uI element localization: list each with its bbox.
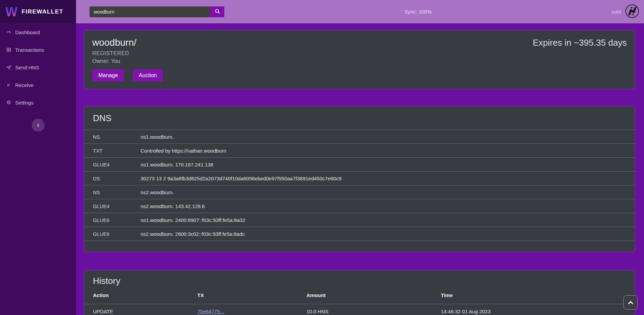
sidebar-item-label: Transactions: [15, 47, 44, 53]
history-card: History Action TX Amount Time UPDATE 70e…: [84, 270, 635, 315]
dns-record-type: GLUE4: [84, 162, 141, 167]
search-button[interactable]: [210, 6, 224, 17]
app-window: W FIREWALLET Dashboard Transactions Send…: [0, 0, 644, 315]
domain-expiry: Expires in ~395.35 days: [533, 38, 627, 48]
dns-record-row: GLUE4 ns2.woodburn. 143.42.128.6: [84, 199, 635, 213]
history-table-body: UPDATE 70e64775... 10.0 HNS 14:46:32 01 …: [84, 304, 635, 315]
firewallet-logo-icon: W: [5, 5, 18, 18]
dns-record-type: NS: [84, 134, 141, 140]
dns-record-row: DS 30273 13 2 9a3a8fb3d625d2a2073d740f10…: [84, 172, 635, 185]
history-time: 14:46:32 01 Aug 2023: [441, 309, 635, 314]
receive-icon: [6, 82, 12, 88]
dns-record-value: ns2.woodburn.: [141, 189, 174, 195]
sidebar-item-label: Receive: [15, 82, 33, 88]
dns-record-row: GLUE4 ns1.woodburn. 170.187.241.138: [84, 158, 635, 172]
sidebar-item-label: Dashboard: [15, 29, 40, 35]
dns-record-type: GLUE6: [84, 231, 141, 237]
dns-record-type: TXT: [84, 148, 141, 154]
history-action: UPDATE: [84, 309, 197, 314]
dns-record-value: ns1.woodburn. 170.187.241.138: [141, 162, 213, 167]
chevron-up-icon: [628, 301, 633, 306]
sync-status: Sync: 100%: [224, 9, 612, 15]
sidebar-item-label: Send HNS: [15, 65, 39, 70]
dns-record-type: GLUE4: [84, 203, 141, 209]
dns-record-row: GLUE6 ns1.woodburn. 2400:8907::f03c:93ff…: [84, 213, 635, 227]
search-icon: [215, 8, 220, 15]
history-card-title: History: [84, 276, 635, 286]
handshake-logo-icon: [625, 4, 640, 20]
app-title: FIREWALLET: [22, 8, 64, 15]
history-col-amount: Amount: [306, 292, 441, 298]
sidebar-item-dashboard[interactable]: Dashboard: [0, 23, 76, 41]
sidebar-nav: Dashboard Transactions Send HNS Receive …: [0, 23, 76, 111]
history-col-action: Action: [84, 292, 197, 298]
history-table-header: Action TX Amount Time: [84, 286, 635, 304]
gauge-icon: [6, 29, 12, 35]
dns-card-title: DNS: [84, 113, 635, 123]
dns-record-type: NS: [84, 189, 141, 195]
domain-status: REGISTERED: [92, 50, 627, 57]
tx-link[interactable]: 70e64775...: [197, 309, 224, 314]
scroll-to-top-button[interactable]: [623, 295, 638, 310]
dns-record-value: ns2.woodburn. 2600:3c02::f03c:93ff:fe5a:…: [141, 231, 245, 237]
dns-record-type: GLUE6: [84, 217, 141, 223]
dns-record-value: 30273 13 2 9a3a8fb3d625d2a2073d740f10da6…: [141, 176, 342, 181]
manage-button[interactable]: Manage: [92, 69, 124, 82]
history-amount: 10.0 HNS: [306, 309, 441, 314]
sidebar-item-transactions[interactable]: Transactions: [0, 41, 76, 59]
sidebar-item-receive[interactable]: Receive: [0, 76, 76, 94]
history-row: UPDATE 70e64775... 10.0 HNS 14:46:32 01 …: [84, 304, 635, 315]
dns-record-value: ns1.woodburn.: [141, 134, 174, 140]
history-col-time: Time: [441, 292, 635, 298]
sidebar-item-send-hns[interactable]: Send HNS: [0, 59, 76, 76]
history-col-tx: TX: [197, 292, 306, 298]
dns-record-row: GLUE6 ns2.woodburn. 2600:3c02::f03c:93ff…: [84, 227, 635, 241]
gear-icon: ⚙: [6, 99, 12, 106]
wallet-name: cold: [612, 9, 621, 15]
content: woodburn/ Expires in ~395.35 days REGIST…: [76, 23, 644, 315]
send-icon: [6, 64, 12, 70]
sidebar-item-label: Settings: [15, 100, 33, 106]
auction-button[interactable]: Auction: [133, 69, 163, 82]
dns-table: NS ns1.woodburn. TXT Controlled by https…: [84, 130, 635, 241]
dns-record-row: TXT Controlled by https://nathan.woodbur…: [84, 144, 635, 158]
dns-record-row: NS ns1.woodburn.: [84, 130, 635, 144]
search-group: [90, 6, 224, 17]
dns-record-value: ns2.woodburn. 143.42.128.6: [141, 203, 205, 209]
dns-record-value: ns1.woodburn. 2400:8907::f03c:93ff:fe5a:…: [141, 217, 245, 223]
dns-card: DNS NS ns1.woodburn. TXT Controlled by h…: [84, 106, 635, 252]
domain-owner: Owner: You: [92, 58, 627, 64]
domain-actions: Manage Auction: [92, 69, 627, 82]
sidebar: W FIREWALLET Dashboard Transactions Send…: [0, 0, 76, 315]
brand: W FIREWALLET: [0, 0, 76, 23]
table-icon: [6, 47, 12, 53]
search-input[interactable]: [90, 6, 210, 17]
domain-card: woodburn/ Expires in ~395.35 days REGIST…: [84, 30, 635, 89]
sidebar-item-settings[interactable]: ⚙ Settings: [0, 94, 76, 111]
dns-record-row: NS ns2.woodburn.: [84, 185, 635, 199]
sidebar-collapse-button[interactable]: ‹: [32, 119, 45, 132]
dns-record-value: Controlled by https://nathan.woodburn: [141, 148, 226, 154]
wallet-selector[interactable]: cold: [612, 4, 640, 20]
dns-record-type: DS: [84, 176, 141, 181]
topbar: Sync: 100% cold: [76, 0, 644, 23]
main-area: Sync: 100% cold: [76, 0, 644, 315]
